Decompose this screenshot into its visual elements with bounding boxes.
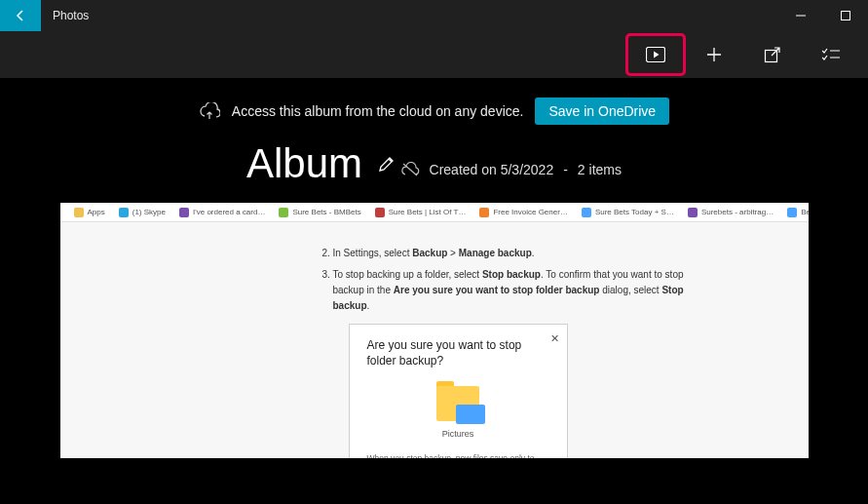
stop-backup-dialog: ✕ Are you sure you want to stop folder b…	[349, 324, 568, 458]
album-item-count: 2 items	[578, 162, 622, 177]
minimize-icon	[796, 11, 806, 20]
album-header: Album Created on 5/3/2022 - 2 items	[0, 135, 868, 203]
instruction-step: In Settings, select Backup > Manage back…	[333, 246, 694, 261]
maximize-button[interactable]	[823, 0, 868, 31]
bookmark-item: (1) Skype	[119, 208, 166, 217]
arrow-left-icon	[13, 8, 28, 23]
add-button[interactable]	[685, 34, 743, 75]
edit-title-button[interactable]	[378, 155, 396, 173]
bookmark-item: Sure Bets - BMBets	[279, 208, 360, 217]
album-title: Album	[246, 140, 362, 187]
share-button[interactable]	[743, 34, 802, 75]
bookmark-item: Apps	[74, 208, 105, 217]
maximize-icon	[841, 11, 850, 20]
save-onedrive-button[interactable]: Save in OneDrive	[535, 97, 669, 125]
cloud-off-icon	[400, 162, 420, 177]
bookmark-item: Free Invoice Gener…	[479, 208, 567, 217]
window-controls	[778, 0, 868, 31]
cloud-upload-icon	[199, 102, 220, 120]
app-title: Photos	[53, 9, 89, 22]
bookmark-item: I've ordered a card…	[179, 208, 265, 217]
folder-icon	[436, 386, 479, 421]
close-icon: ✕	[550, 330, 559, 348]
bookmark-item: Sure Bets | List Of T…	[375, 208, 467, 217]
minimize-button[interactable]	[778, 0, 823, 31]
dialog-description: When you stop backup, new files save onl…	[367, 453, 549, 458]
back-button[interactable]	[0, 0, 41, 31]
toolbar	[0, 31, 868, 78]
bookmark-item: Sure Bets Today + S…	[582, 208, 674, 217]
bookmark-item: Surebets - arbitrag…	[688, 208, 774, 217]
dialog-caption: Pictures	[367, 427, 549, 441]
bookmarks-bar: Apps (1) Skype I've ordered a card… Sure…	[60, 203, 809, 222]
album-cover-image[interactable]: Apps (1) Skype I've ordered a card… Sure…	[60, 203, 809, 458]
pencil-icon	[378, 155, 396, 173]
instructions-content: In Settings, select Backup > Manage back…	[60, 222, 809, 458]
svg-rect-0	[842, 12, 850, 20]
dialog-title: Are you sure you want to stop folder bac…	[367, 338, 549, 368]
share-icon	[764, 46, 781, 63]
cloud-prompt-text: Access this album from the cloud on any …	[232, 103, 524, 119]
instruction-step: To stop backing up a folder, select Stop…	[333, 267, 694, 314]
album-created-label: Created on 5/3/2022	[430, 162, 554, 177]
meta-sep: -	[563, 162, 568, 177]
plus-icon	[706, 47, 722, 62]
titlebar: Photos	[0, 0, 868, 31]
bookmark-item: Best free games 20…	[787, 208, 808, 217]
checklist-icon	[822, 48, 840, 61]
select-button[interactable]	[802, 34, 860, 75]
slideshow-button[interactable]	[626, 34, 685, 75]
album-meta: Created on 5/3/2022 - 2 items	[400, 162, 622, 177]
slideshow-icon	[646, 47, 665, 62]
cloud-save-prompt: Access this album from the cloud on any …	[0, 78, 868, 135]
